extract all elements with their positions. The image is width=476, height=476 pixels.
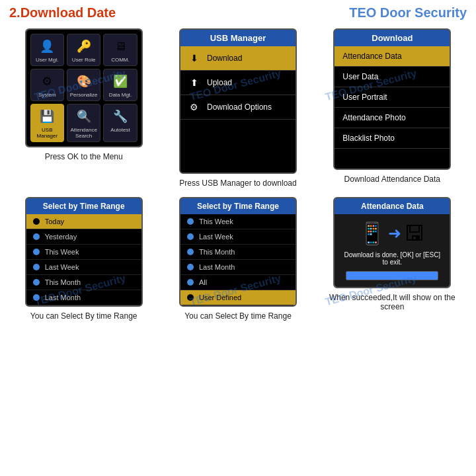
dl-item-photo[interactable]: Attendance Photo [335,108,450,128]
time-lg-thismonth[interactable]: This Month [180,245,296,260]
thismonth-dot [33,279,40,286]
cell-time-sm: Select by Time Range Today Yesterday Thi… [7,193,161,326]
time-screen-lg-inner: Select by Time Range This Week Last Week… [180,198,296,305]
time-lg-userdefined[interactable]: User Defined [180,290,296,305]
dl-item-blacklist[interactable]: Blacklist Photo [335,128,450,149]
usb-item-upload[interactable]: ⬆ Upload [180,71,296,95]
cell-done: Attendance Data 📱 ➜ 🖫 Download is done. … [315,193,469,326]
userrole-icon: 🔑 [73,37,95,56]
progress-fill [346,272,438,280]
page-header: 2.Download Date TEO Door Security [0,0,476,24]
caption-time-sm: You can Select By time Range [30,311,138,321]
datamgt-icon: ✅ [109,72,132,91]
time-item-thisweek[interactable]: This Week [26,245,141,260]
usb-drive-icon: 🖫 [404,221,425,246]
menu-item-comm[interactable]: 🖥 COMM. [103,34,137,66]
done-screen-inner: Attendance Data 📱 ➜ 🖫 Download is done. … [335,198,450,287]
dl-item-attendance[interactable]: Attendance Data [335,46,450,67]
progress-bar [346,271,438,280]
main-grid: 👤 User Mgt. 🔑 User Role 🖥 COMM. ⚙ System [0,24,476,326]
time-item-yesterday[interactable]: Yesterday [26,229,141,245]
menu-item-usb[interactable]: 💾 USB Manager [30,104,64,142]
time-lg-lastweek[interactable]: Last Week [180,229,296,245]
today-dot [33,218,40,225]
system-icon: ⚙ [36,72,58,91]
time-lg-all[interactable]: All [180,275,296,290]
menu-item-userrole[interactable]: 🔑 User Role [67,34,100,66]
download-icon: ⬇ [187,51,202,65]
screen-done: Attendance Data 📱 ➜ 🖫 Download is done. … [333,197,451,288]
caption-time-lg: You can Select By time Range [184,311,292,321]
dl-item-portrait[interactable]: User Portrait [335,87,450,108]
menu-grid: 👤 User Mgt. 🔑 User Role 🖥 COMM. ⚙ System [30,34,138,142]
usb-screen-header: USB Manager [180,30,296,46]
brand-label: TEO Door Security [349,5,467,20]
arrow-icon: ➜ [388,224,401,243]
done-message: Download is done. [OK] or [ESC] to exit. [341,251,443,266]
page-title: 2.Download Date [9,5,116,20]
done-icons: 📱 ➜ 🖫 [359,221,425,246]
menu-screen: 👤 User Mgt. 🔑 User Role 🖥 COMM. ⚙ System [26,30,141,146]
menu-item-personalize[interactable]: 🎨 Personalize [67,69,100,101]
time-item-thismonth[interactable]: This Month [26,275,141,290]
time-item-lastweek[interactable]: Last Week [26,260,141,275]
menu-item-datamgt[interactable]: ✅ Data Mgt. [103,69,137,101]
autotest-icon: 🔧 [109,107,132,126]
usb-item-download[interactable]: ⬇ Download [180,46,296,71]
caption-usb: Press USB Manager to download [179,178,296,188]
upload-icon: ⬆ [187,75,202,90]
menu-item-autotest[interactable]: 🔧 Autotest [103,104,137,142]
options-icon: ⚙ [187,100,202,114]
caption-download: Download Attendance Data [344,175,440,184]
time-screen-sm-inner: Select by Time Range Today Yesterday Thi… [26,198,141,305]
done-content: 📱 ➜ 🖫 Download is done. [OK] or [ESC] to… [335,214,450,287]
attendance-icon: 🔍 [73,107,95,126]
lg-thisweek-dot [187,218,194,225]
screen-usb: USB Manager ⬇ Download ⬆ Upload ⚙ Downlo… [179,28,297,174]
cell-download: Download Attendance Data User Data User … [315,24,469,193]
usb-item-options[interactable]: ⚙ Download Options [180,95,296,120]
dl-screen-inner: Download Attendance Data User Data User … [335,30,450,169]
time-header-sm: Select by Time Range [26,198,141,214]
yesterday-dot [33,233,40,240]
comm-icon: 🖥 [109,37,132,56]
cell-usb: USB Manager ⬇ Download ⬆ Upload ⚙ Downlo… [161,24,315,193]
screen-time-sm: Select by Time Range Today Yesterday Thi… [25,197,143,307]
lastmonth-dot [33,294,40,301]
menu-item-usermgt[interactable]: 👤 User Mgt. [30,34,64,66]
dl-screen-header: Download [335,30,450,46]
dl-item-userdata[interactable]: User Data [335,67,450,87]
time-lg-thisweek[interactable]: This Week [180,214,296,229]
usermgt-icon: 👤 [36,37,58,56]
lg-thismonth-dot [187,249,194,255]
lg-lastmonth-dot [187,264,194,270]
lg-all-dot [187,279,194,286]
time-lg-lastmonth[interactable]: Last Month [180,260,296,275]
screen-menu: 👤 User Mgt. 🔑 User Role 🖥 COMM. ⚙ System [25,28,143,147]
screen-time-lg: Select by Time Range This Week Last Week… [179,197,297,307]
cell-menu: 👤 User Mgt. 🔑 User Role 🖥 COMM. ⚙ System [7,24,161,193]
thisweek-dot [33,249,40,255]
done-header: Attendance Data [335,198,450,214]
lastweek-dot [33,264,40,270]
lg-userdefined-dot [187,294,194,301]
cell-time-lg: Select by Time Range This Week Last Week… [161,193,315,326]
time-item-lastmonth[interactable]: Last Month [26,290,141,305]
caption-done: When succeeded,It will show on the scree… [321,293,464,311]
personalize-icon: 🎨 [73,72,95,91]
menu-item-attendance[interactable]: 🔍 Attendance Search [67,104,100,142]
usb-icon: 💾 [36,107,58,126]
time-item-today[interactable]: Today [26,214,141,229]
time-header-lg: Select by Time Range [180,198,296,214]
menu-item-system[interactable]: ⚙ System [30,69,64,101]
lg-lastweek-dot [187,233,194,240]
screen-download: Download Attendance Data User Data User … [333,28,451,170]
caption-menu: Press OK to the Menu [45,152,123,161]
usb-screen-inner: USB Manager ⬇ Download ⬆ Upload ⚙ Downlo… [180,30,296,173]
device-icon: 📱 [359,221,385,246]
